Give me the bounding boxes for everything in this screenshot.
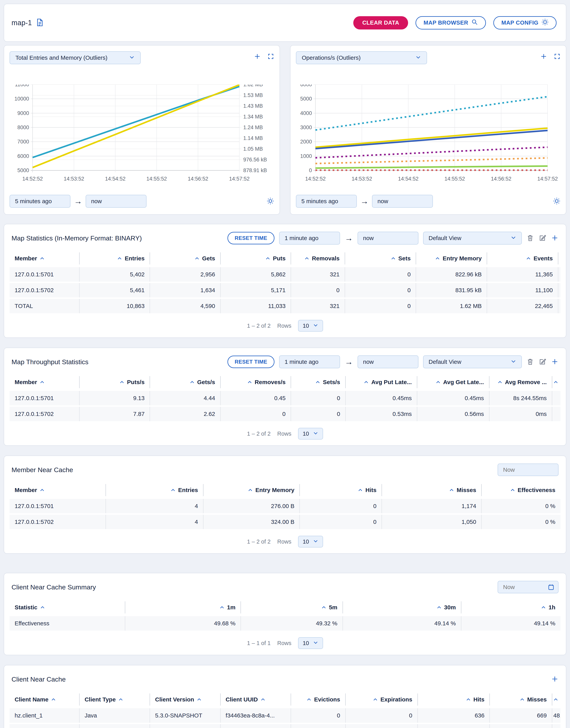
sort-caret-icon (315, 381, 320, 383)
column-header-gets-s[interactable]: Gets/s (150, 376, 221, 388)
column-header-evictions[interactable]: Evictions (291, 694, 346, 706)
table-from-input[interactable] (279, 232, 340, 244)
cell: 0 (300, 515, 382, 529)
column-header-misses[interactable]: Misses (382, 484, 482, 496)
table-to-input[interactable] (357, 355, 418, 368)
pagination-range: 1 – 2 of 2 (247, 323, 271, 329)
column-header-removals[interactable]: Removals (291, 252, 345, 264)
column-header-effectiveness[interactable]: Effectiveness (482, 484, 560, 496)
fullscreen-button[interactable] (267, 53, 274, 60)
column-header-member[interactable]: Member (10, 252, 79, 264)
column-header-client-version[interactable]: Client Version (150, 694, 221, 706)
column-header-member[interactable]: Member (10, 484, 106, 496)
column-header-expirations[interactable]: Expirations (346, 694, 418, 706)
column-header-avg-remove[interactable]: Avg Remove ... (490, 376, 552, 388)
column-header-puts-s[interactable]: Puts/s (79, 376, 150, 388)
column-header-removes-s[interactable]: Removes/s (221, 376, 291, 388)
column-header-1h[interactable]: 1h (461, 601, 560, 613)
delete-view-button[interactable] (527, 358, 534, 366)
chart-settings-button[interactable] (553, 197, 560, 205)
column-header-hits[interactable]: Hits (418, 694, 490, 706)
axis-tick-label: 2000 (300, 139, 312, 145)
page-size-select[interactable]: 10 (298, 320, 323, 332)
column-header-client-type[interactable]: Client Type (79, 694, 150, 706)
column-label: Client UUID (226, 696, 258, 703)
column-header-entry-memory[interactable]: Entry Memory (416, 252, 487, 264)
column-header-avg-put-late[interactable]: Avg Put Late... (346, 376, 417, 388)
axis-tick-label: 5000 (17, 167, 29, 173)
view-select[interactable]: Default View (423, 355, 522, 368)
cell: Java (79, 724, 150, 728)
chart-metric-select[interactable]: Total Entries and Memory (Outliers) (10, 51, 140, 64)
reset-time-button[interactable]: RESET TIME (228, 232, 274, 244)
column-header-gets[interactable]: Gets (150, 252, 221, 264)
map-statistics-table: MemberEntriesGetsPutsRemovalsSetsEntry M… (10, 252, 560, 313)
arrow-right-icon: → (345, 233, 353, 243)
column-header-entry-memory[interactable]: Entry Memory (204, 484, 300, 496)
axis-tick-label: 10000 (14, 96, 29, 102)
column-header-puts[interactable]: Puts (221, 252, 291, 264)
map-config-button[interactable]: MAP CONFIG (493, 16, 557, 29)
column-header-hits[interactable]: Hits (300, 484, 382, 496)
delete-view-button[interactable] (527, 234, 534, 242)
section-title: Client Near Cache (11, 676, 66, 683)
table-to-input[interactable] (357, 232, 418, 244)
chart-settings-button[interactable] (267, 197, 274, 205)
column-header-statistic[interactable]: Statistic (10, 601, 125, 613)
map-browser-button[interactable]: MAP BROWSER (415, 16, 486, 29)
page-size-select[interactable]: 10 (298, 637, 323, 649)
add-view-button[interactable] (551, 358, 559, 366)
chart-from-input[interactable] (10, 195, 70, 208)
chart-to-input[interactable] (372, 195, 433, 208)
column-label: Gets (202, 255, 215, 262)
column-label: Entries (178, 487, 198, 493)
fullscreen-button[interactable] (554, 53, 560, 60)
add-view-button[interactable] (551, 234, 559, 242)
column-header-clipped[interactable] (552, 694, 560, 706)
sort-caret-icon (436, 381, 441, 383)
column-header-1m[interactable]: 1m (125, 601, 241, 613)
cell: 0 (291, 283, 345, 298)
sort-caret-icon (304, 257, 309, 260)
column-header-5m[interactable]: 5m (241, 601, 343, 613)
column-header-misses[interactable]: Misses (490, 694, 552, 706)
document-icon[interactable] (36, 18, 44, 27)
chart-metric-select[interactable]: Operations/s (Outliers) (296, 51, 427, 64)
view-select[interactable]: Default View (423, 232, 522, 244)
column-header-member[interactable]: Member (10, 376, 79, 388)
member-near-cache-table: MemberEntriesEntry MemoryHitsMissesEffec… (10, 484, 560, 529)
column-header-entries[interactable]: Entries (106, 484, 204, 496)
chart-from-input[interactable] (296, 195, 357, 208)
edit-view-button[interactable] (539, 358, 546, 366)
clear-data-button[interactable]: CLEAR DATA (353, 16, 408, 29)
add-chart-button[interactable] (540, 53, 547, 60)
add-chart-button[interactable] (254, 53, 261, 60)
column-header-sets-s[interactable]: Sets/s (291, 376, 346, 388)
column-header-30m[interactable]: 30m (343, 601, 461, 613)
reset-time-button[interactable]: RESET TIME (228, 356, 274, 368)
column-header-entries[interactable]: Entries (79, 252, 150, 264)
axis-tick-label: 14:57:52 (537, 176, 558, 182)
arrow-right-icon: → (345, 357, 353, 367)
page-title: map-1 (11, 19, 32, 27)
chart-metric-select-value: Operations/s (Outliers) (302, 54, 361, 61)
edit-view-button[interactable] (539, 234, 546, 242)
cell: 0.53ms (346, 407, 417, 421)
axis-tick-label: 1.24 MB (243, 125, 263, 130)
page-size-select[interactable]: 10 (298, 428, 323, 439)
column-header-client-uuid[interactable]: Client UUID (221, 694, 291, 706)
table-from-input[interactable] (279, 355, 340, 368)
table-row: 127.0.0.1:57025,4611,6345,17100831.95 kB… (10, 283, 560, 298)
column-header-sets[interactable]: Sets (345, 252, 416, 264)
column-header-events[interactable]: Events (487, 252, 558, 264)
column-header-clipped[interactable] (552, 376, 560, 388)
column-header-avg-get-late[interactable]: Avg Get Late... (417, 376, 490, 388)
page-size-select[interactable]: 10 (298, 536, 323, 547)
chart-to-input[interactable] (86, 195, 147, 208)
column-header-client-name[interactable]: Client Name (10, 694, 79, 706)
calendar-icon[interactable] (548, 584, 555, 591)
time-now-input[interactable] (498, 464, 559, 476)
operations-chart-panel: Operations/s (Outliers) (290, 45, 566, 215)
add-view-button[interactable] (551, 675, 559, 683)
chevron-down-icon (313, 538, 318, 545)
